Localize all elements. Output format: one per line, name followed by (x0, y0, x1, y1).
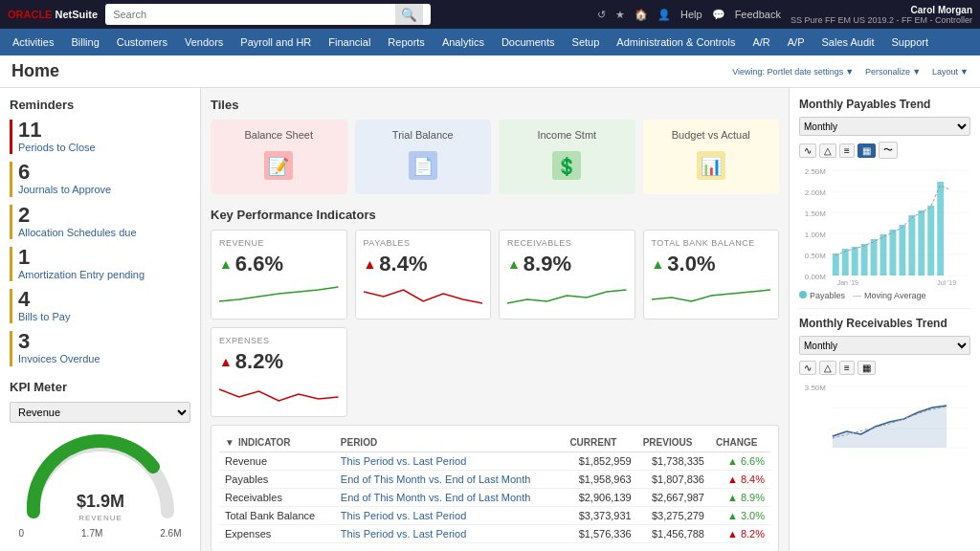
reminder-desc-bills[interactable]: Bills to Pay (18, 310, 70, 323)
search-box[interactable]: 🔍 (105, 4, 431, 25)
rec-chart-btn-bar[interactable]: ▦ (858, 361, 876, 375)
receivables-chart-area: 3.50M (799, 379, 970, 455)
row-indicator-payables: Payables (219, 471, 335, 489)
reminder-num-journals: 6 (18, 162, 111, 183)
tile-balance-sheet[interactable]: Balance Sheet 📝 (211, 120, 347, 194)
chart-btn-line[interactable]: ∿ (799, 143, 816, 158)
sort-icon[interactable]: ▼ (225, 437, 234, 448)
rec-chart-btn-area[interactable]: △ (819, 361, 836, 375)
tile-bva-label: Budget vs Actual (672, 129, 750, 141)
nav-admin[interactable]: Administration & Controls (608, 29, 744, 55)
reminder-desc-journals[interactable]: Journals to Approve (18, 183, 111, 196)
chart-btn-wave[interactable]: 〜 (879, 142, 898, 159)
personalize-link[interactable]: Personalize ▼ (865, 67, 921, 77)
tile-budget-actual[interactable]: Budget vs Actual 📊 (643, 120, 780, 194)
table-row: Receivables End of This Month vs. End of… (219, 489, 770, 507)
row-period-revenue[interactable]: This Period vs. Last Period (335, 452, 565, 471)
receivables-chart-select[interactable]: Monthly Quarterly Yearly (799, 336, 970, 355)
nav-customers[interactable]: Customers (108, 29, 176, 55)
topbar-icon-person[interactable]: 👤 (657, 9, 671, 21)
nav-analytics[interactable]: Analytics (434, 29, 493, 55)
payables-chart-select[interactable]: Monthly Quarterly Yearly (799, 117, 970, 136)
svg-text:REVENUE: REVENUE (78, 514, 122, 522)
kpi-value-expenses: ▲8.2% (219, 349, 339, 374)
svg-rect-24 (852, 247, 858, 276)
tile-trial-balance[interactable]: Trial Balance 📄 (355, 120, 492, 194)
nav-financial[interactable]: Financial (320, 29, 379, 55)
row-current-bank: $3,373,931 (564, 507, 636, 525)
gauge-min: 0 (19, 528, 25, 539)
topbar: ORACLE NetSuite 🔍 ↺ ★ 🏠 👤 Help 💬 Feedbac… (0, 0, 980, 29)
nav-sales-audit[interactable]: Sales Audit (813, 29, 882, 55)
kpi-sparkline-payables (364, 282, 483, 311)
kpi-label-receivables: RECEIVABLES (507, 238, 627, 248)
topbar-icon-refresh[interactable]: ↺ (597, 9, 606, 21)
kpi-grid: REVENUE ▲6.6% PAYABLES ▲8.4% (211, 230, 779, 320)
topbar-icon-home[interactable]: 🏠 (635, 9, 648, 21)
row-period-bank[interactable]: This Period vs. Last Period (335, 507, 565, 525)
reminder-desc-periods[interactable]: Periods to Close (18, 141, 96, 154)
tiles-title: Tiles (211, 98, 779, 112)
nav-documents[interactable]: Documents (493, 29, 564, 55)
row-previous-bank: $3,275,279 (637, 507, 710, 525)
nav-ap[interactable]: A/P (779, 29, 813, 55)
search-button[interactable]: 🔍 (395, 4, 423, 25)
chart-btn-area[interactable]: △ (819, 143, 836, 158)
reminder-amortization: 1 Amortization Entry pending (10, 247, 190, 281)
kpi-meter-title: KPI Meter (10, 380, 190, 394)
table-row: Expenses This Period vs. Last Period $1,… (219, 525, 770, 543)
reminder-left-bills: 4 Bills to Pay (10, 289, 70, 323)
chart-btn-table[interactable]: ≡ (839, 143, 855, 158)
reminder-allocation: 2 Allocation Schedules due (10, 205, 190, 239)
row-period-payables[interactable]: End of This Month vs. End of Last Month (335, 471, 565, 489)
nav-ar[interactable]: A/R (744, 29, 778, 55)
reminder-num-invoices: 3 (18, 331, 100, 352)
reminder-journals: 6 Journals to Approve (10, 162, 190, 196)
reminder-desc-invoices[interactable]: Invoices Overdue (18, 352, 100, 365)
tile-tb-icon: 📄 (404, 146, 442, 185)
kpi-table: ▼INDICATOR PERIOD CURRENT PREVIOUS CHANG… (219, 433, 770, 543)
row-change-receivables: ▲ 8.9% (710, 489, 770, 507)
row-period-expenses[interactable]: This Period vs. Last Period (335, 525, 565, 543)
svg-rect-23 (842, 249, 849, 276)
nav-billing[interactable]: Billing (62, 29, 107, 55)
reminder-desc-amortization[interactable]: Amortization Entry pending (18, 268, 145, 281)
kpi-expenses-row: EXPENSES ▲8.2% (211, 327, 779, 417)
kpi-label-bank: TOTAL BANK BALANCE (652, 238, 771, 248)
svg-text:1.50M: 1.50M (805, 209, 826, 218)
help-link[interactable]: Help (680, 9, 702, 20)
viewing-portlet-link[interactable]: Viewing: Portlet date settings ▼ (732, 67, 854, 77)
layout-link[interactable]: Layout ▼ (932, 67, 969, 77)
page-header: Home Viewing: Portlet date settings ▼ Pe… (0, 55, 980, 88)
row-indicator-receivables: Receivables (219, 489, 335, 507)
kpi-label-payables: PAYABLES (364, 238, 483, 248)
nav-vendors[interactable]: Vendors (176, 29, 232, 55)
svg-text:Jan '19: Jan '19 (837, 279, 858, 286)
row-period-receivables[interactable]: End of This Month vs. End of Last Month (335, 489, 565, 507)
gauge-container: $1.9M REVENUE 0 1.7M 2.6M (19, 430, 182, 539)
nav-payroll[interactable]: Payroll and HR (232, 29, 320, 55)
topbar-icon-star[interactable]: ★ (615, 9, 625, 21)
tile-income-stmt[interactable]: Income Stmt 💲 (499, 120, 635, 194)
kpi-meter-select[interactable]: Revenue Payables Receivables Total Bank … (10, 402, 190, 423)
page-header-right: Viewing: Portlet date settings ▼ Persona… (732, 67, 969, 77)
row-change-revenue: ▲ 6.6% (710, 452, 770, 471)
nav-setup[interactable]: Setup (564, 29, 609, 55)
user-info: Carol Morgan SS Pure FF EM US 2019.2 - F… (791, 5, 972, 25)
reminder-desc-allocation[interactable]: Allocation Schedules due (18, 226, 137, 239)
nav-support[interactable]: Support (883, 29, 938, 55)
kpi-value-payables: ▲8.4% (364, 252, 483, 276)
rec-chart-btn-line[interactable]: ∿ (799, 361, 816, 375)
chart-btn-bar[interactable]: ▦ (858, 143, 876, 158)
rec-chart-btn-table[interactable]: ≡ (839, 361, 855, 375)
receivables-chart-title: Monthly Receivables Trend (799, 317, 970, 330)
search-input[interactable] (113, 9, 395, 20)
nav-reports[interactable]: Reports (379, 29, 434, 55)
left-panel: Reminders 11 Periods to Close 6 Journals… (0, 88, 201, 551)
svg-rect-31 (918, 210, 924, 276)
feedback-link[interactable]: Feedback (735, 9, 781, 20)
nav-activities[interactable]: Activities (4, 29, 62, 55)
svg-text:0.50M: 0.50M (805, 252, 826, 260)
kpi-sparkline-receivables (507, 282, 627, 311)
row-change-expenses: ▲ 8.2% (710, 525, 770, 543)
